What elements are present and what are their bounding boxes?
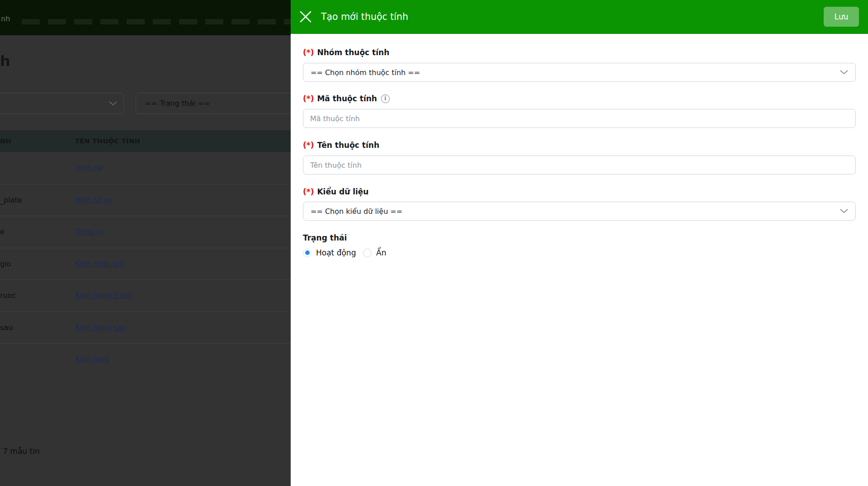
column-header-code: NH xyxy=(0,130,11,152)
pagination-record-count: / 7 mẫu tin xyxy=(0,447,40,456)
radio-label-active: Hoạt động xyxy=(316,248,356,257)
datatype-field-label: (*) Kiểu dữ liệu xyxy=(303,187,368,196)
attribute-code-cell: gio xyxy=(0,248,11,280)
attribute-code-cell: sau xyxy=(0,312,13,344)
close-button[interactable] xyxy=(298,9,313,25)
navbar-text-fragment: nh xyxy=(1,14,10,23)
attribute-code-cell: _plate xyxy=(0,184,22,216)
group-select-value: == Chọn nhóm thuộc tính == xyxy=(311,68,420,77)
attribute-name-link: Hình xe xyxy=(75,152,103,184)
drawer-title: Tạo mới thuộc tính xyxy=(321,0,408,34)
name-field-label: (*) Tên thuộc tính xyxy=(303,141,379,150)
required-marker: (*) xyxy=(303,187,314,196)
modal-overlay-backdrop[interactable]: nh h == Trạng thái == NH TÊN THUỘC TÍNH … xyxy=(0,0,291,486)
attribute-name-link: Kính chắn gió xyxy=(75,248,124,280)
filter-dropdown-status: == Trạng thái == xyxy=(136,93,291,114)
attribute-code-cell: e xyxy=(0,216,5,248)
required-marker: (*) xyxy=(303,48,314,57)
chevron-down-icon xyxy=(840,70,848,75)
filter-status-value: == Trạng thái == xyxy=(145,99,210,108)
group-field-label: (*) Nhóm thuộc tính xyxy=(303,48,389,57)
code-label-text: Mã thuộc tính xyxy=(317,94,377,103)
close-icon xyxy=(299,10,312,24)
required-marker: (*) xyxy=(303,94,314,103)
attribute-name-input[interactable] xyxy=(303,156,856,175)
top-navbar-dimmed: nh xyxy=(0,0,291,35)
filter-dropdown-group xyxy=(0,93,124,114)
table-header-row: NH TÊN THUỘC TÍNH xyxy=(0,130,291,152)
table-row: Kính lưng xyxy=(0,343,291,375)
required-marker: (*) xyxy=(303,141,314,150)
attribute-name-link: Dòng xe xyxy=(75,216,105,248)
attribute-name-link: Kính hông sau xyxy=(75,312,127,344)
attribute-code-input[interactable] xyxy=(303,109,856,128)
radio-unselected-icon xyxy=(363,249,372,257)
code-field-label: (*) Mã thuộc tính i xyxy=(303,94,390,103)
status-radio-active[interactable]: Hoạt động xyxy=(303,248,356,257)
status-label-text: Trạng thái xyxy=(303,233,347,242)
table-row: e Dòng xe xyxy=(0,216,291,248)
chevron-down-icon xyxy=(840,209,848,213)
table-row: gio Kính chắn gió xyxy=(0,248,291,280)
column-header-name: TÊN THUỘC TÍNH xyxy=(75,130,140,152)
attribute-code-cell: ruoc xyxy=(0,280,16,311)
navbar-menu-dimmed xyxy=(22,19,291,24)
table-row: Hình xe xyxy=(0,152,291,184)
create-attribute-drawer: Tạo mới thuộc tính Lưu (*) Nhóm thuộc tí… xyxy=(291,0,868,486)
status-field-label: Trạng thái xyxy=(303,233,347,242)
table-row: _plate Biển số xe xyxy=(0,184,291,216)
screen: nh h == Trạng thái == NH TÊN THUỘC TÍNH … xyxy=(0,0,868,486)
datatype-label-text: Kiểu dữ liệu xyxy=(317,187,368,196)
attribute-table: Hình xe _plate Biển số xe e Dòng xe gio … xyxy=(0,152,291,375)
attribute-name-link: Kính hông trước xyxy=(75,280,132,311)
datatype-select[interactable]: == Chọn kiểu dữ liệu == xyxy=(303,202,856,221)
attribute-group-select[interactable]: == Chọn nhóm thuộc tính == xyxy=(303,63,856,82)
attribute-name-link: Biển số xe xyxy=(75,184,113,216)
attribute-name-link: Kính lưng xyxy=(75,344,109,375)
page-title-fragment: h xyxy=(0,52,10,70)
name-label-text: Tên thuộc tính xyxy=(317,141,379,150)
group-label-text: Nhóm thuộc tính xyxy=(317,48,389,57)
radio-label-hidden: Ẩn xyxy=(376,248,386,257)
datatype-select-value: == Chọn kiểu dữ liệu == xyxy=(311,207,402,216)
info-icon[interactable]: i xyxy=(381,94,390,103)
chevron-down-icon xyxy=(109,101,117,106)
status-radio-hidden[interactable]: Ẩn xyxy=(363,248,386,257)
table-row: sau Kính hông sau xyxy=(0,311,291,344)
save-button[interactable]: Lưu xyxy=(824,7,859,27)
radio-selected-icon xyxy=(303,249,311,257)
drawer-header: Tạo mới thuộc tính Lưu xyxy=(291,0,868,34)
table-row: ruoc Kính hông trước xyxy=(0,279,291,311)
